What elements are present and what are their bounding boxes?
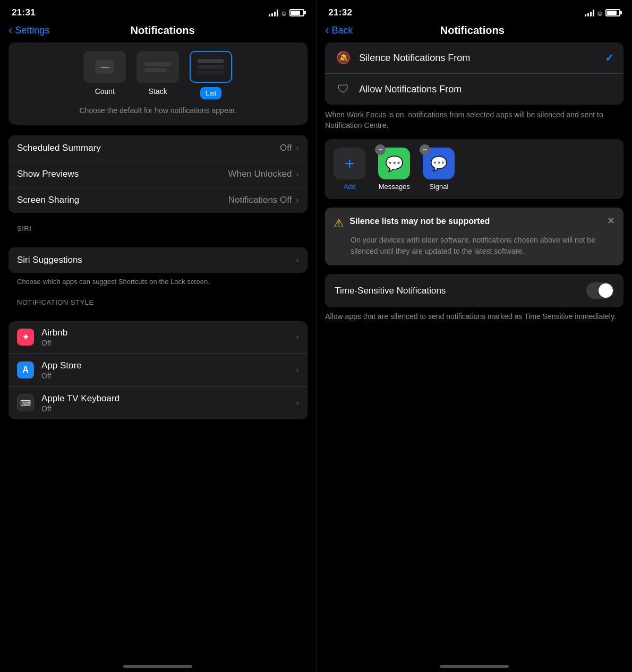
left-phone-panel: 21:31 ⌾ ‹ Settings Notifications: [0, 0, 316, 672]
style-options: — Count Stack: [17, 51, 299, 99]
time-sensitive-label: Time-Sensitive Notifications: [335, 286, 579, 296]
appstore-info: App Store Off: [41, 360, 288, 380]
back-button-left[interactable]: ‹ Settings: [8, 23, 49, 37]
screen-sharing-row[interactable]: Screen Sharing Notifications Off ›: [8, 187, 308, 213]
content-left: — Count Stack: [0, 42, 316, 654]
chevron-siri: ›: [296, 255, 298, 265]
warning-triangle-icon: ⚠: [334, 217, 344, 230]
back-button-right[interactable]: ‹ Back: [325, 23, 353, 37]
apps-card: + Add − 💬 Messages − 💬 Signal: [325, 139, 624, 199]
back-label-right: Back: [332, 25, 353, 36]
messages-icon: − 💬: [378, 148, 410, 179]
appstore-status: Off: [41, 372, 288, 380]
add-app-icon: +: [334, 148, 365, 179]
style-stack-box: [136, 51, 179, 83]
signal-thumb[interactable]: − 💬 Signal: [423, 148, 455, 191]
status-bar-left: 21:31 ⌾: [0, 0, 316, 21]
chevron-airbnb: ›: [296, 332, 298, 342]
home-indicator-left: [0, 654, 316, 672]
style-list[interactable]: List: [190, 51, 232, 99]
silence-footer: When Work Focus is on, notifications fro…: [325, 110, 624, 131]
time-sensitive-card: Time-Sensitive Notifications: [325, 274, 624, 307]
show-previews-row[interactable]: Show Previews When Unlocked ›: [8, 161, 308, 187]
appletv-status: Off: [41, 404, 288, 413]
content-right: 🔕 Silence Notifications From ✓ 🛡 Allow N…: [317, 42, 632, 654]
chevron-icon-0: ›: [296, 143, 298, 153]
appletv-icon: ⌨: [17, 394, 34, 411]
airbnb-icon: ✦: [17, 329, 34, 346]
style-count-label: Count: [95, 87, 115, 96]
show-previews-label: Show Previews: [17, 169, 228, 179]
toggle-knob: [599, 283, 613, 298]
count-icon: —: [95, 60, 114, 74]
appletv-row[interactable]: ⌨ Apple TV Keyboard Off ›: [8, 387, 308, 419]
app-list: ✦ Airbnb Off › A App Store Off ›: [8, 321, 308, 419]
siri-list: Siri Suggestions ›: [8, 247, 308, 273]
siri-section-header: SIRI: [0, 213, 316, 237]
status-time-right: 21:32: [328, 7, 352, 18]
silence-label: Silence Notifications From: [359, 53, 597, 64]
appstore-name: App Store: [41, 360, 288, 371]
silence-allow-card: 🔕 Silence Notifications From ✓ 🛡 Allow N…: [325, 42, 624, 105]
chevron-appstore: ›: [296, 365, 298, 375]
silence-row[interactable]: 🔕 Silence Notifications From ✓: [325, 42, 624, 74]
show-previews-value: When Unlocked: [228, 169, 292, 179]
siri-suggestions-row[interactable]: Siri Suggestions ›: [8, 247, 308, 273]
siri-suggestions-label: Siri Suggestions: [17, 255, 296, 265]
warning-card: ⚠ Silence lists may not be supported ✕ O…: [325, 208, 624, 265]
main-settings-list: Scheduled Summary Off › Show Previews Wh…: [8, 135, 308, 213]
warning-body: On your devices with older software, not…: [334, 235, 615, 257]
warning-header: ⚠ Silence lists may not be supported ✕: [334, 216, 615, 230]
chevron-icon-1: ›: [296, 169, 298, 179]
style-list-box: [190, 51, 232, 83]
back-label-left: Settings: [15, 25, 49, 36]
style-count[interactable]: — Count: [83, 51, 126, 99]
time-sensitive-toggle[interactable]: [586, 282, 614, 299]
appstore-row[interactable]: A App Store Off ›: [8, 354, 308, 387]
style-stack-label: Stack: [149, 87, 167, 96]
page-title-left: Notifications: [49, 24, 275, 37]
allow-row[interactable]: 🛡 Allow Notifications From: [325, 74, 624, 105]
status-time-left: 21:31: [12, 7, 36, 18]
signal-icon-right: [585, 10, 594, 16]
back-chevron-right: ‹: [325, 23, 329, 37]
silence-checkmark: ✓: [605, 51, 614, 64]
signal-icon-left: [269, 10, 278, 16]
warning-title: Silence lists may not be supported: [349, 216, 602, 227]
style-list-label: List: [200, 87, 221, 99]
wifi-icon-left: ⌾: [281, 8, 286, 18]
appletv-info: Apple TV Keyboard Off: [41, 393, 288, 413]
siri-footer: Choose which apps can suggest Shortcuts …: [0, 273, 316, 287]
scheduled-summary-label: Scheduled Summary: [17, 143, 280, 153]
scheduled-summary-value: Off: [280, 143, 292, 153]
scheduled-summary-row[interactable]: Scheduled Summary Off ›: [8, 135, 308, 161]
chevron-appletv: ›: [296, 398, 298, 408]
appletv-name: Apple TV Keyboard: [41, 393, 288, 404]
warning-close-button[interactable]: ✕: [607, 216, 615, 226]
time-sensitive-row: Time-Sensitive Notifications: [325, 274, 624, 307]
silence-bell-icon: 🔕: [335, 51, 352, 65]
nav-header-left: ‹ Settings Notifications: [0, 21, 316, 42]
screen-sharing-label: Screen Sharing: [17, 195, 228, 205]
add-app-thumb[interactable]: + Add: [334, 148, 365, 191]
messages-label: Messages: [379, 183, 410, 191]
allow-checkmark-icon: 🛡: [335, 82, 352, 96]
airbnb-info: Airbnb Off: [41, 328, 288, 347]
airbnb-row[interactable]: ✦ Airbnb Off ›: [8, 321, 308, 354]
battery-icon-right: [605, 9, 620, 16]
add-label: Add: [344, 183, 356, 191]
style-stack[interactable]: Stack: [136, 51, 179, 99]
right-phone-panel: 21:32 ⌾ ‹ Back Notifications 🔕: [316, 0, 632, 672]
messages-thumb[interactable]: − 💬 Messages: [378, 148, 410, 191]
page-title-right: Notifications: [353, 24, 592, 37]
nav-header-right: ‹ Back Notifications: [317, 21, 632, 42]
signal-label: Signal: [429, 183, 448, 191]
back-chevron-left: ‹: [8, 23, 12, 37]
signal-icon: − 💬: [423, 148, 455, 179]
battery-icon-left: [289, 9, 304, 16]
notification-style-selector: — Count Stack: [8, 42, 308, 125]
screen-sharing-value: Notifications Off: [228, 195, 292, 205]
airbnb-name: Airbnb: [41, 328, 288, 338]
style-count-box: —: [83, 51, 126, 83]
status-bar-right: 21:32 ⌾: [317, 0, 632, 21]
